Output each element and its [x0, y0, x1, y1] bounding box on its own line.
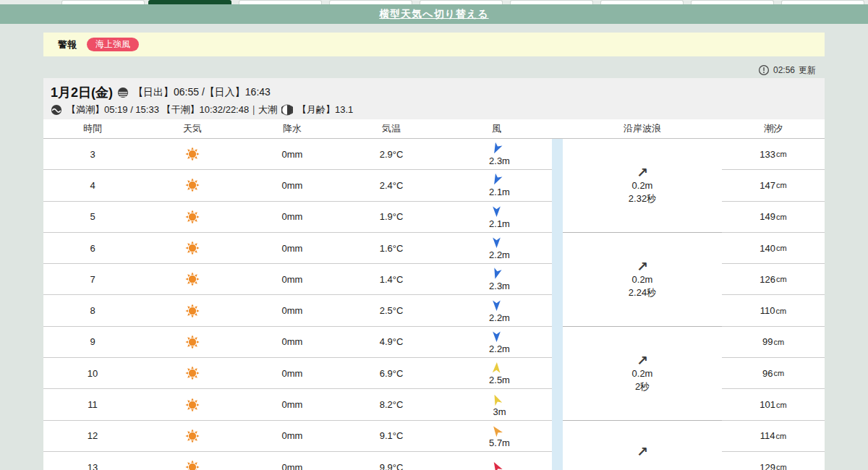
temp-cell: 9.1°C — [341, 421, 441, 451]
column-header: 沿岸波浪 — [563, 119, 722, 138]
wind-cell: 2.1m — [441, 170, 552, 200]
forecast-row: 60mm1.6°C 2.2m — [43, 233, 552, 264]
update-label: 更新 — [799, 64, 816, 77]
moon-icon — [281, 104, 293, 116]
wind-direction-arrow-icon — [489, 266, 504, 281]
precip-cell: 0mm — [243, 327, 341, 357]
switch-to-horizontal-weather-link[interactable]: 横型天気へ切り替える — [379, 8, 488, 21]
wind-cell: 2.1m — [441, 202, 552, 232]
wind-speed: 2.3m — [489, 281, 510, 291]
wind-cell: 2.2m — [441, 327, 552, 357]
header-spacer — [552, 119, 563, 138]
hour-cell: 8 — [43, 295, 142, 325]
wind-cell — [441, 452, 552, 470]
wave-group-cell: ↗ — [563, 421, 722, 470]
wind-cell: 2.3m — [441, 264, 552, 294]
wave-group-cell: ↗0.2m2秒 — [563, 327, 722, 421]
wind-cell: 2.5m — [441, 358, 552, 388]
tide-unit: cm — [776, 275, 787, 283]
wind-direction-arrow-icon — [490, 236, 503, 249]
tide-value: 101 — [760, 399, 775, 410]
wind-direction-arrow-icon — [488, 391, 504, 407]
wave-height: 0.2m — [632, 179, 653, 192]
wind-speed: 2.2m — [489, 313, 510, 322]
tide-unit: cm — [776, 181, 787, 189]
column-header: 潮汐 — [722, 119, 825, 138]
update-time-row: 02:56 更新 — [43, 64, 816, 77]
precip-cell: 0mm — [243, 139, 341, 169]
wind-speed: 2.1m — [489, 219, 510, 228]
hour-cell: 3 — [43, 139, 142, 169]
wave-period: 2.24秒 — [629, 286, 656, 299]
temp-cell: 2.9°C — [341, 139, 441, 169]
sunny-icon — [184, 240, 200, 256]
wind-direction-arrow-icon — [490, 362, 503, 375]
tide-value: 126 — [760, 274, 775, 285]
precip-cell: 0mm — [243, 421, 341, 451]
tide-unit: cm — [776, 307, 787, 315]
tide-value: 129 — [760, 462, 775, 470]
forecast-row: 100mm6.9°C 2.5m — [43, 358, 552, 389]
hour-cell: 6 — [43, 233, 142, 263]
sunny-icon — [184, 365, 200, 381]
tide-column: 133cm147cm149cm140cm126cm110cm99cm96cm10… — [722, 139, 825, 470]
hour-cell: 13 — [43, 452, 142, 470]
warning-label: 警報 — [58, 38, 77, 51]
wind-direction-arrow-icon — [490, 299, 503, 312]
weather-cell — [142, 139, 243, 169]
hour-cell: 5 — [43, 202, 142, 232]
hour-cell: 11 — [43, 389, 142, 419]
column-divider-band — [552, 139, 563, 470]
precip-cell: 0mm — [243, 264, 341, 294]
precip-cell: 0mm — [243, 389, 341, 419]
wave-direction-arrow-icon: ↗ — [637, 354, 648, 367]
hour-cell: 7 — [43, 264, 142, 294]
warning-bar: 警報 海上強風 — [43, 33, 825, 56]
precip-cell: 0mm — [243, 358, 341, 388]
marine-strong-wind-warning-badge[interactable]: 海上強風 — [87, 38, 139, 51]
temp-cell: 1.4°C — [341, 264, 441, 294]
wind-cell: 2.2m — [441, 233, 552, 263]
wind-speed: 2.1m — [489, 187, 510, 197]
wind-cell: 2.2m — [441, 295, 552, 325]
wave-period: 2.32秒 — [629, 192, 656, 205]
moon-age: 【月齢】13.1 — [297, 103, 353, 116]
tide-unit: cm — [776, 244, 787, 252]
wave-height: 0.2m — [632, 273, 653, 286]
precip-cell: 0mm — [243, 170, 341, 200]
tide-unit: cm — [776, 432, 787, 440]
weather-cell — [142, 170, 243, 200]
wind-speed: 3m — [493, 407, 506, 416]
update-time: 02:56 — [773, 65, 795, 75]
column-header: 降水 — [243, 119, 341, 138]
wave-direction-arrow-icon: ↗ — [637, 260, 648, 273]
tide-unit: cm — [773, 338, 784, 346]
hourly-forecast-table: 時間天気降水気温風沿岸波浪潮汐 30mm2.9°C 2.3m40mm2.4°C … — [43, 119, 825, 470]
hour-cell: 10 — [43, 358, 142, 388]
tide-height-cell: 133cm — [722, 139, 825, 170]
weather-cell — [142, 202, 243, 232]
sunny-icon — [184, 334, 200, 350]
sunny-icon — [184, 428, 200, 444]
tide-unit: cm — [776, 463, 787, 470]
sunny-icon — [184, 177, 200, 193]
wave-period: 2秒 — [635, 380, 650, 393]
wind-speed: 2.2m — [489, 250, 510, 260]
tide-height-cell: 101cm — [722, 389, 825, 420]
wind-cell: 3m — [441, 389, 552, 419]
date-header: 1月2日(金) 【日出】06:55 /【日入】16:43 【満潮】05:19 /… — [43, 78, 825, 119]
forecast-row: 30mm2.9°C 2.3m — [43, 139, 552, 170]
sunny-icon — [184, 303, 200, 319]
tide-height-cell: 126cm — [722, 264, 825, 295]
precip-cell: 0mm — [243, 233, 341, 263]
wind-direction-arrow-icon — [488, 172, 505, 189]
forecast-row: 50mm1.9°C 2.1m — [43, 202, 552, 233]
temp-cell: 6.9°C — [341, 358, 441, 388]
tide-unit: cm — [776, 150, 787, 158]
table-header-row: 時間天気降水気温風沿岸波浪潮汐 — [43, 119, 825, 139]
temp-cell: 8.2°C — [341, 389, 441, 419]
precip-cell: 0mm — [243, 202, 341, 232]
column-header: 気温 — [341, 119, 441, 138]
wind-direction-arrow-icon — [488, 458, 505, 470]
tide-value: 147 — [760, 180, 775, 191]
